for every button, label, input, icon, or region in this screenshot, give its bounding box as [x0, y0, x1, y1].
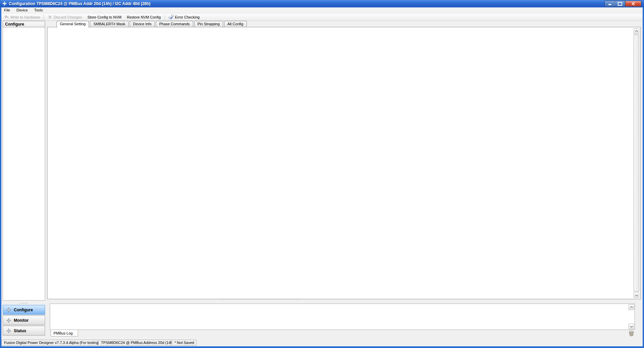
- sidebar-splitter[interactable]: [3, 302, 45, 305]
- ti-logo-icon: [6, 308, 11, 312]
- tab-phase-commands[interactable]: Phase Commands: [156, 21, 193, 27]
- sidebar-item-monitor[interactable]: Monitor: [3, 315, 45, 325]
- error-checking-icon: [169, 15, 174, 20]
- clear-log-icon[interactable]: [629, 331, 634, 337]
- minimize-icon: [608, 4, 611, 5]
- tab-device-info[interactable]: Device Info: [130, 21, 155, 27]
- status-saved-badge: * Not Saved: [172, 340, 197, 346]
- error-checking-button[interactable]: Error Checking: [166, 14, 202, 21]
- minimize-button[interactable]: [605, 1, 615, 7]
- discard-changes-icon: [48, 15, 52, 19]
- toolbar: Write to Hardware Discard Changes Store …: [1, 13, 643, 21]
- sidebar-item-status[interactable]: Status: [3, 326, 45, 336]
- sidebar-tree-panel[interactable]: [3, 27, 45, 301]
- tab-general-setting[interactable]: General Setting: [57, 21, 89, 28]
- status-bar: Fusion Digital Power Designer v7.7.3.4.A…: [1, 339, 643, 346]
- tab-page: [47, 27, 641, 299]
- write-to-hardware-button[interactable]: Write to Hardware: [1, 14, 43, 21]
- scroll-up-button[interactable]: [634, 28, 639, 34]
- log-scroll-down-button[interactable]: [629, 323, 634, 329]
- sidebar-header: Configure: [3, 21, 45, 27]
- ti-logo-icon: [6, 318, 11, 323]
- vertical-scrollbar[interactable]: [634, 28, 639, 298]
- window-title: Configuration TPSM8D6C24 @ PMBus Addr 20…: [9, 1, 150, 6]
- store-config-to-nvm-button[interactable]: Store Config to NVM: [85, 14, 124, 21]
- close-button[interactable]: [625, 1, 641, 7]
- status-device: TPSM8D6C24 @ PMBus Address 20d (14h): [98, 340, 171, 346]
- sidebar-item-configure[interactable]: Configure: [3, 305, 45, 315]
- titlebar: Configuration TPSM8D6C24 @ PMBus Addr 20…: [0, 0, 644, 7]
- tab-smbalert-mask[interactable]: SMBALERT# Mask: [90, 21, 129, 27]
- tab-bar: General Setting SMBALERT# Mask Device In…: [57, 21, 247, 27]
- app-icon: [2, 1, 7, 7]
- ti-logo-icon: [6, 328, 11, 333]
- maximize-icon: [618, 2, 622, 6]
- log-scroll-up-button[interactable]: [629, 304, 634, 310]
- menu-device[interactable]: Device: [14, 7, 31, 13]
- maximize-button[interactable]: [615, 1, 625, 7]
- pmbus-log-area[interactable]: [50, 304, 635, 330]
- tab-pin-strapping[interactable]: Pin Strapping: [194, 21, 223, 27]
- discard-changes-button[interactable]: Discard Changes: [45, 14, 84, 21]
- tab-all-config[interactable]: All Config: [224, 21, 247, 27]
- scrollbar-thumb[interactable]: [634, 35, 639, 291]
- scroll-down-button[interactable]: [634, 292, 639, 298]
- menu-tools[interactable]: Tools: [31, 7, 45, 13]
- restore-nvm-config-button[interactable]: Restore NVM Config: [124, 14, 164, 21]
- status-app-version: Fusion Digital Power Designer v7.7.3.4.A…: [1, 340, 98, 346]
- menu-file[interactable]: File: [1, 7, 13, 13]
- toolbar-separator: [165, 14, 165, 20]
- toolbar-separator: [44, 14, 44, 20]
- close-icon: [631, 2, 635, 6]
- write-to-hardware-icon: [4, 15, 9, 19]
- tab-pmbus-log[interactable]: PMBus Log: [50, 330, 78, 337]
- menu-bar: File Device Tools: [1, 7, 643, 13]
